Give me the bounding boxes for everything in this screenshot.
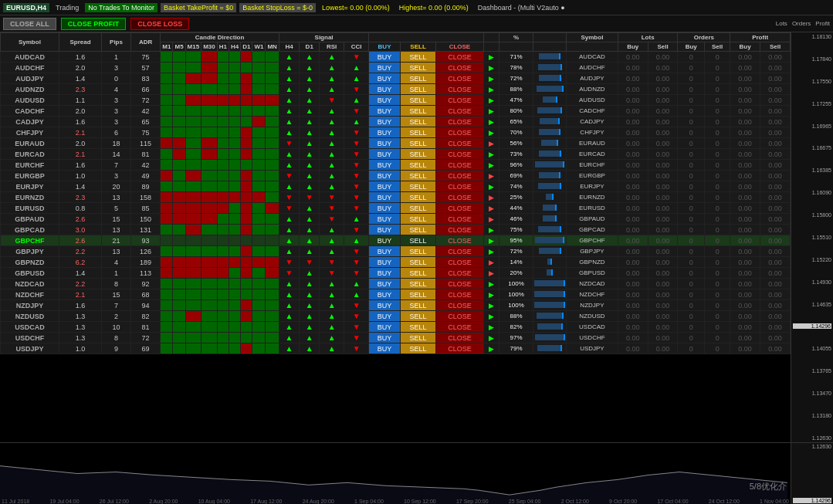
cell-close[interactable]: CLOSE (436, 95, 483, 106)
cell-lots-buy: 0.00 (618, 192, 648, 203)
cell-sell[interactable]: SELL (400, 300, 436, 311)
cell-buy[interactable]: BUY (369, 106, 401, 117)
cell-close[interactable]: CLOSE (436, 279, 483, 289)
cell-buy[interactable]: BUY (369, 149, 401, 160)
candle-M1 (161, 181, 173, 192)
candle-H1 (217, 333, 229, 343)
cell-buy[interactable]: BUY (369, 343, 401, 354)
cell-buy[interactable]: BUY (369, 95, 401, 106)
cell-buy[interactable]: BUY (369, 171, 401, 181)
cell-close[interactable]: CLOSE (436, 160, 483, 171)
cell-sell[interactable]: SELL (400, 106, 436, 117)
cell-close[interactable]: CLOSE (436, 300, 483, 311)
cell-buy[interactable]: BUY (369, 192, 401, 203)
cell-buy[interactable]: BUY (369, 160, 401, 171)
sig-rsi: ▼ (320, 192, 344, 203)
cell-close[interactable]: CLOSE (436, 322, 483, 333)
cell-close[interactable]: CLOSE (436, 225, 483, 235)
cell-buy[interactable]: BUY (369, 203, 401, 214)
cell-buy[interactable]: BUY (369, 63, 401, 73)
cell-sell[interactable]: SELL (400, 84, 436, 95)
cell-sell[interactable]: SELL (400, 117, 436, 127)
close-all-button[interactable]: CLOSE ALL (3, 18, 56, 30)
cell-close[interactable]: CLOSE (436, 63, 483, 73)
cell-buy[interactable]: BUY (369, 127, 401, 138)
cell-close[interactable]: CLOSE (436, 73, 483, 84)
cell-sell[interactable]: SELL (400, 149, 436, 160)
cell-ord-buy: 0 (678, 268, 705, 279)
cell-close[interactable]: CLOSE (436, 333, 483, 343)
cell-sell[interactable]: SELL (400, 322, 436, 333)
cell-buy[interactable]: BUY (369, 257, 401, 268)
cell-sell[interactable]: SELL (400, 268, 436, 279)
cell-prf-buy: 0.00 (730, 117, 760, 127)
cell-close[interactable]: CLOSE (436, 127, 483, 138)
cell-sell[interactable]: SELL (400, 235, 436, 246)
cell-sell[interactable]: SELL (400, 63, 436, 73)
cell-buy[interactable]: BUY (369, 333, 401, 343)
cell-buy[interactable]: BUY (369, 268, 401, 279)
cell-sell[interactable]: SELL (400, 279, 436, 289)
cell-close[interactable]: CLOSE (436, 192, 483, 203)
cell-sell[interactable]: SELL (400, 192, 436, 203)
cell-buy[interactable]: BUY (369, 289, 401, 300)
cell-buy[interactable]: BUY (369, 214, 401, 225)
cell-close[interactable]: CLOSE (436, 343, 483, 354)
cell-sell[interactable]: SELL (400, 171, 436, 181)
cell-close[interactable]: CLOSE (436, 214, 483, 225)
cell-sell[interactable]: SELL (400, 257, 436, 268)
close-loss-button[interactable]: CLOSE LOSS (130, 18, 189, 30)
cell-close[interactable]: CLOSE (436, 235, 483, 246)
cell-buy[interactable]: BUY (369, 279, 401, 289)
cell-close[interactable]: CLOSE (436, 117, 483, 127)
cell-sell[interactable]: SELL (400, 246, 436, 257)
cell-close[interactable]: CLOSE (436, 171, 483, 181)
candle-W1 (252, 333, 266, 343)
cell-buy[interactable]: BUY (369, 246, 401, 257)
price-label-18: 1.12630 (793, 435, 831, 441)
cell-sell[interactable]: SELL (400, 95, 436, 106)
cell-buy[interactable]: BUY (369, 225, 401, 235)
cell-buy[interactable]: BUY (369, 300, 401, 311)
cell-sell[interactable]: SELL (400, 52, 436, 63)
cell-buy[interactable]: BUY (369, 322, 401, 333)
cell-sell[interactable]: SELL (400, 289, 436, 300)
cell-buy[interactable]: BUY (369, 235, 401, 246)
cell-close[interactable]: CLOSE (436, 181, 483, 192)
cell-buy[interactable]: BUY (369, 138, 401, 149)
cell-sell[interactable]: SELL (400, 203, 436, 214)
cell-buy[interactable]: BUY (369, 84, 401, 95)
cell-close[interactable]: CLOSE (436, 138, 483, 149)
cell-buy[interactable]: BUY (369, 181, 401, 192)
cell-close[interactable]: CLOSE (436, 289, 483, 300)
cell-sell[interactable]: SELL (400, 214, 436, 225)
cell-sell[interactable]: SELL (400, 73, 436, 84)
cell-buy[interactable]: BUY (369, 52, 401, 63)
close-profit-button[interactable]: CLOSE PROFIT (61, 18, 127, 30)
cell-sell[interactable]: SELL (400, 225, 436, 235)
cell-buy[interactable]: BUY (369, 73, 401, 84)
cell-spread: 6.2 (59, 257, 101, 268)
cell-close[interactable]: CLOSE (436, 246, 483, 257)
cell-close[interactable]: CLOSE (436, 52, 483, 63)
cell-close[interactable]: CLOSE (436, 106, 483, 117)
cell-sell[interactable]: SELL (400, 181, 436, 192)
cell-close[interactable]: CLOSE (436, 311, 483, 322)
cell-sell[interactable]: SELL (400, 343, 436, 354)
cell-sell[interactable]: SELL (400, 333, 436, 343)
candle-H1 (217, 106, 229, 117)
cell-close[interactable]: CLOSE (436, 203, 483, 214)
cell-buy[interactable]: BUY (369, 117, 401, 127)
cell-sell[interactable]: SELL (400, 160, 436, 171)
cell-buy[interactable]: BUY (369, 311, 401, 322)
cell-sell[interactable]: SELL (400, 138, 436, 149)
cell-lots-buy: 0.00 (618, 52, 648, 63)
cell-close[interactable]: CLOSE (436, 268, 483, 279)
cell-sell[interactable]: SELL (400, 127, 436, 138)
sig-rsi: ▲ (320, 311, 344, 322)
cell-close[interactable]: CLOSE (436, 257, 483, 268)
cell-close[interactable]: CLOSE (436, 149, 483, 160)
cell-adr: 49 (130, 171, 160, 181)
cell-sell[interactable]: SELL (400, 311, 436, 322)
cell-close[interactable]: CLOSE (436, 84, 483, 95)
